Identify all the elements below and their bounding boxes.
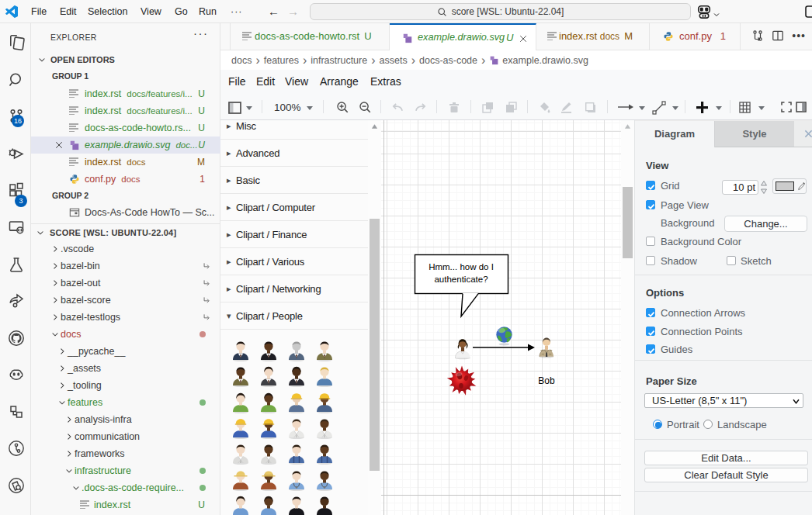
svg-text:authenticate?: authenticate?	[434, 275, 488, 284]
svg-text:Hmm... how do I: Hmm... how do I	[429, 262, 494, 271]
svg-text:Bob: Bob	[538, 375, 555, 386]
